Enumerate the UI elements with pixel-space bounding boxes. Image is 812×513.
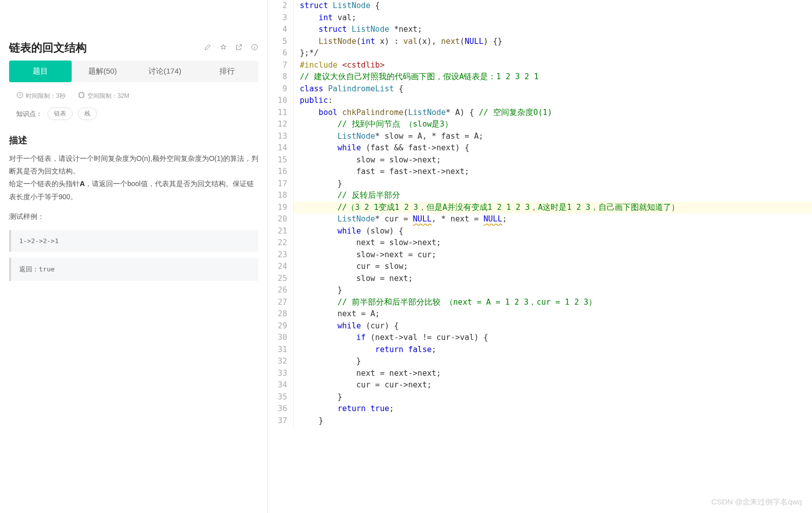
- code-line[interactable]: fast = fast->next->next;: [293, 166, 812, 178]
- line-number: 19: [268, 202, 287, 214]
- code-line[interactable]: next = slow->next;: [293, 237, 812, 249]
- svg-rect-2: [79, 93, 84, 97]
- share-icon[interactable]: [235, 43, 243, 53]
- code-line[interactable]: cur = cur->next;: [293, 379, 812, 391]
- code-line[interactable]: #include <cstdlib>: [293, 60, 812, 72]
- code-line[interactable]: ListNode* slow = A, * fast = A;: [293, 131, 812, 143]
- line-number: 15: [268, 154, 287, 166]
- line-number: 25: [268, 273, 287, 285]
- code-line[interactable]: }: [293, 178, 812, 190]
- code-line[interactable]: return false;: [293, 344, 812, 356]
- code-line[interactable]: }: [293, 391, 812, 404]
- desc-heading: 描述: [9, 134, 258, 146]
- line-number: 37: [268, 415, 287, 427]
- line-gutter: 2345678910111213141516171819202122232425…: [268, 0, 293, 427]
- line-number: 30: [268, 332, 287, 344]
- line-number: 28: [268, 308, 287, 320]
- tab-rank[interactable]: 排行: [196, 61, 259, 82]
- tab-problem[interactable]: 题目: [9, 61, 72, 82]
- code-line[interactable]: // 建议大伙自己对照我的代码画下图，假设A链表是：1 2 3 2 1: [293, 71, 812, 83]
- space-limit-text: 空间限制：32M: [87, 92, 129, 100]
- code-line[interactable]: next = A;: [293, 308, 812, 320]
- problem-panel: 链表的回文结构 题目 题解(50) 讨论(174) 排行 时间限制：3秒 空间限…: [0, 0, 267, 513]
- sample-output: 返回：true: [9, 258, 258, 281]
- tag-stack[interactable]: 栈: [78, 107, 97, 120]
- clock-icon: [16, 91, 24, 100]
- code-line[interactable]: class PalindromeList {: [293, 83, 812, 95]
- tabs: 题目 题解(50) 讨论(174) 排行: [9, 61, 258, 82]
- code-line[interactable]: bool chkPalindrome(ListNode* A) { // 空间复…: [293, 107, 812, 119]
- code-line[interactable]: struct ListNode {: [293, 0, 812, 12]
- sample-input: 1->2->2->1: [9, 230, 258, 252]
- code-line[interactable]: }: [293, 284, 812, 297]
- code-line[interactable]: public:: [293, 95, 812, 107]
- code-editor[interactable]: 2345678910111213141516171819202122232425…: [267, 0, 812, 513]
- line-number: 16: [268, 166, 287, 178]
- title-actions: [204, 43, 258, 53]
- line-number: 14: [268, 142, 287, 154]
- line-number: 11: [268, 107, 287, 119]
- code-line[interactable]: // 前半部分和后半部分比较 （next = A = 1 2 3，cur = 1…: [293, 297, 812, 309]
- code-line[interactable]: slow->next = cur;: [293, 249, 812, 261]
- line-number: 12: [268, 119, 287, 131]
- code-line[interactable]: while (slow) {: [293, 225, 812, 238]
- desc-body: 对于一个链表，请设计一个时间复杂度为O(n),额外空间复杂度为O(1)的算法，判…: [9, 152, 258, 203]
- line-number: 33: [268, 368, 287, 380]
- code-line[interactable]: int val;: [293, 12, 812, 24]
- time-limit-text: 时间限制：3秒: [26, 92, 66, 100]
- tag-linked-list[interactable]: 链表: [47, 107, 73, 120]
- code-line[interactable]: while (cur) {: [293, 320, 812, 332]
- code-line[interactable]: ListNode(int x) : val(x), next(NULL) {}: [293, 36, 812, 48]
- line-number: 35: [268, 391, 287, 404]
- line-number: 7: [268, 60, 287, 72]
- line-number: 8: [268, 71, 287, 83]
- line-number: 21: [268, 225, 287, 238]
- code-line[interactable]: while (fast && fast->next) {: [293, 142, 812, 154]
- tags-label: 知识点：: [16, 109, 42, 119]
- tab-solutions[interactable]: 题解(50): [72, 61, 134, 82]
- line-number: 18: [268, 190, 287, 202]
- code-line[interactable]: slow = slow->next;: [293, 154, 812, 166]
- code-line[interactable]: }: [293, 415, 812, 427]
- meta-row: 时间限制：3秒 空间限制：32M: [16, 91, 251, 100]
- code-line[interactable]: struct ListNode *next;: [293, 24, 812, 36]
- code-line[interactable]: };*/: [293, 47, 812, 60]
- code-area[interactable]: struct ListNode { int val; struct ListNo…: [293, 0, 812, 427]
- line-number: 24: [268, 261, 287, 273]
- memory-icon: [78, 91, 85, 100]
- line-number: 5: [268, 36, 287, 48]
- code-line[interactable]: // 找到中间节点 （slow是3）: [293, 119, 812, 131]
- test-label: 测试样例：: [9, 210, 258, 223]
- code-line[interactable]: // 反转后半部分: [293, 190, 812, 202]
- info-icon[interactable]: [251, 43, 258, 53]
- tags-row: 知识点： 链表 栈: [16, 107, 251, 120]
- edit-icon[interactable]: [204, 43, 211, 53]
- line-number: 3: [268, 12, 287, 24]
- line-number: 22: [268, 237, 287, 249]
- code-line[interactable]: cur = slow;: [293, 261, 812, 273]
- line-number: 6: [268, 47, 287, 60]
- line-number: 32: [268, 356, 287, 368]
- desc-p1: 对于一个链表，请设计一个时间复杂度为O(n),额外空间复杂度为O(1)的算法，判…: [9, 154, 258, 175]
- line-number: 34: [268, 379, 287, 391]
- code-line[interactable]: next = next->next;: [293, 368, 812, 380]
- line-number: 9: [268, 83, 287, 95]
- code-line[interactable]: slow = next;: [293, 273, 812, 285]
- code-line[interactable]: ListNode* cur = NULL, * next = NULL;: [293, 213, 812, 225]
- line-number: 17: [268, 178, 287, 190]
- space-limit: 空间限制：32M: [78, 91, 129, 100]
- code-line[interactable]: if (next->val != cur->val) {: [293, 332, 812, 344]
- line-number: 31: [268, 344, 287, 356]
- code-line[interactable]: //（3 2 1变成1 2 3，但是A并没有变成1 2 1 2 3，A这时是1 …: [293, 202, 812, 214]
- line-number: 29: [268, 320, 287, 332]
- code-line[interactable]: return true;: [293, 403, 812, 415]
- tab-discuss[interactable]: 讨论(174): [134, 61, 196, 82]
- line-number: 27: [268, 297, 287, 309]
- desc-p2b: A: [80, 180, 85, 188]
- time-limit: 时间限制：3秒: [16, 91, 66, 100]
- line-number: 13: [268, 131, 287, 143]
- line-number: 36: [268, 403, 287, 415]
- line-number: 2: [268, 0, 287, 12]
- code-line[interactable]: }: [293, 356, 812, 368]
- star-icon[interactable]: [220, 43, 227, 53]
